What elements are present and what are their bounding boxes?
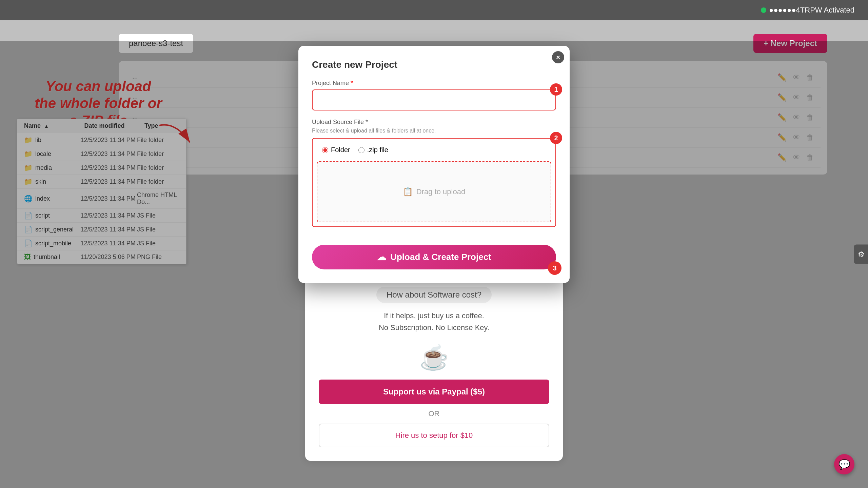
chat-icon: 💬: [839, 459, 850, 470]
cloud-upload-icon: ☁: [377, 251, 386, 263]
close-button[interactable]: ×: [552, 51, 564, 63]
hire-button[interactable]: Hire us to setup for $10: [319, 424, 549, 447]
upload-border: Folder .zip file 📋 Drag to upload: [312, 138, 556, 227]
drop-label: Drag to upload: [416, 187, 465, 196]
step1-wrapper: 1: [312, 89, 556, 110]
step3-badge: 3: [548, 261, 561, 275]
step1-badge: 1: [550, 83, 562, 96]
or-divider: OR: [319, 409, 549, 418]
upload-btn-wrapper: ☁ Upload & Create Project 3: [312, 235, 556, 269]
upload-icon: 📋: [403, 187, 413, 197]
info-panel: How about Software cost? If it helps, ju…: [305, 270, 563, 461]
step2-badge: 2: [550, 132, 562, 144]
modal-title: Create new Project: [312, 59, 556, 70]
project-name-group: Project Name * 1: [312, 80, 556, 110]
upload-button-label: Upload & Create Project: [390, 252, 491, 262]
chat-button[interactable]: 💬: [834, 454, 854, 474]
modal-overlay: × Create new Project Project Name * 1 Up…: [0, 41, 868, 488]
paypal-button[interactable]: Support us via Paypal ($5): [319, 380, 549, 404]
radio-folder-input[interactable]: [322, 147, 328, 153]
software-cost-question: How about Software cost?: [376, 287, 492, 303]
radio-folder-option[interactable]: Folder: [322, 146, 350, 154]
upload-source-group: Upload Source File * Please select & upl…: [312, 119, 556, 227]
required-marker: *: [351, 80, 353, 86]
project-name-label: Project Name *: [312, 80, 556, 87]
create-project-modal: × Create new Project Project Name * 1 Up…: [298, 46, 570, 283]
upload-section: Folder .zip file 📋 Drag to upload: [312, 138, 556, 227]
main-area: panoee-s3-test + New Project ··· ...23 ✏…: [0, 20, 868, 488]
activation-label: ●●●●●●4TRPW Activated: [769, 6, 854, 15]
radio-zip-option[interactable]: .zip file: [358, 146, 388, 154]
radio-zip-input[interactable]: [358, 147, 364, 153]
upload-source-label: Upload Source File *: [312, 119, 556, 126]
coffee-icon: ☕: [319, 344, 549, 371]
drop-zone[interactable]: 📋 Drag to upload: [317, 161, 551, 222]
upload-hint: Please select & upload all files & folde…: [312, 128, 556, 134]
info-text: If it helps, just buy us a coffee. No Su…: [319, 310, 549, 333]
top-bar: ●●●●●●4TRPW Activated: [0, 0, 868, 20]
radio-row: Folder .zip file: [317, 143, 551, 157]
project-name-input[interactable]: [312, 89, 556, 110]
side-panel-button[interactable]: ⚙: [854, 245, 868, 264]
upload-create-button[interactable]: ☁ Upload & Create Project: [312, 245, 556, 269]
required-marker: *: [366, 119, 368, 125]
status-dot: [761, 7, 766, 13]
activation-badge: ●●●●●●4TRPW Activated: [761, 6, 854, 15]
